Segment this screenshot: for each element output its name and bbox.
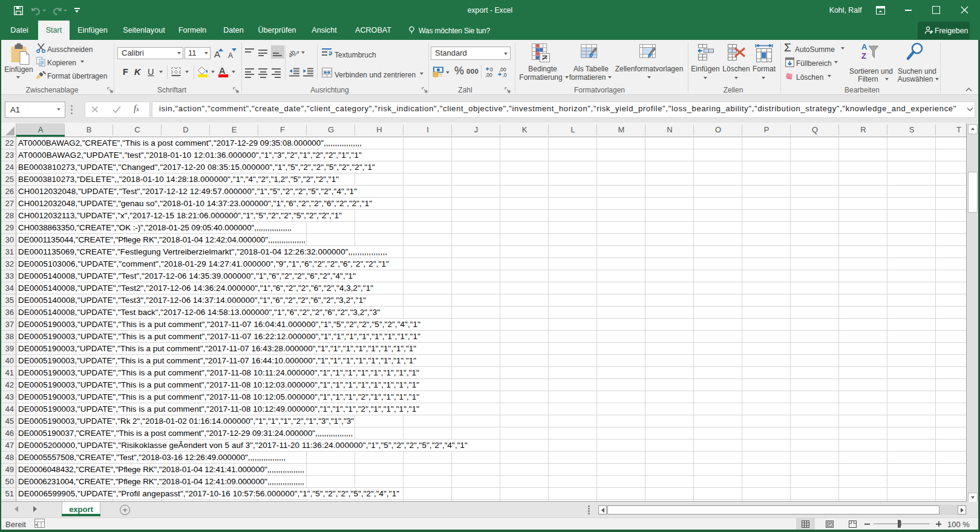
svg-text:A: A [861,42,867,51]
svg-text:,0: ,0 [503,72,507,78]
svg-text:,00: ,00 [485,72,492,78]
svg-text:ab: ab [289,48,296,57]
svg-text:Z: Z [861,51,866,60]
